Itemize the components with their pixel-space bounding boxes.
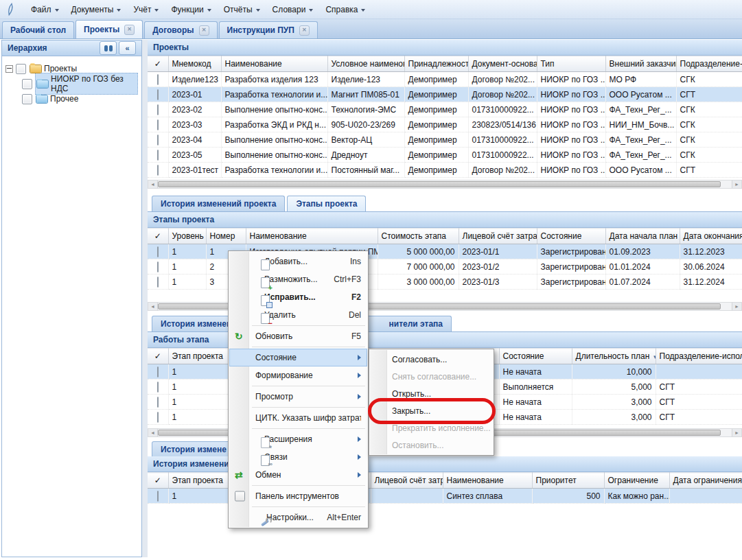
column-header[interactable]: Состояние bbox=[499, 349, 572, 364]
check-column-header[interactable]: ✓ bbox=[148, 56, 168, 72]
check-column-header[interactable]: ✓ bbox=[148, 229, 168, 244]
row-checkbox[interactable] bbox=[157, 135, 159, 145]
menu-item[interactable]: Панель инструментов bbox=[229, 487, 367, 505]
row-checkbox[interactable] bbox=[157, 150, 159, 161]
menu-item[interactable]: ⇄Обмен bbox=[229, 466, 367, 484]
menu-item[interactable]: ЦИТК. Указать шифр затрат... bbox=[229, 409, 367, 427]
row-checkbox[interactable] bbox=[157, 89, 159, 100]
menu-help[interactable]: Справка bbox=[319, 2, 371, 17]
column-header[interactable]: Состояние bbox=[537, 229, 605, 244]
tree-checkbox[interactable] bbox=[16, 64, 26, 74]
column-header[interactable]: Наименование bbox=[246, 229, 378, 244]
tree-checkbox[interactable] bbox=[22, 79, 32, 89]
column-header[interactable]: Лицевой счёт затрат. bbox=[459, 229, 537, 244]
table-row[interactable]: 2023-01тестРазработка технологии и...Пос… bbox=[148, 163, 742, 178]
row-checkbox[interactable] bbox=[157, 491, 159, 502]
scroll-right-icon[interactable]: ► bbox=[732, 429, 741, 436]
row-checkbox[interactable] bbox=[157, 277, 159, 288]
row-checkbox[interactable] bbox=[157, 261, 159, 272]
column-header[interactable]: Тип bbox=[537, 56, 605, 72]
menu-item[interactable]: Связи bbox=[229, 448, 367, 466]
menu-item[interactable]: Расширения bbox=[229, 430, 367, 448]
column-header[interactable]: Ограничение bbox=[604, 473, 669, 489]
menu-documents[interactable]: Документы bbox=[65, 2, 128, 17]
close-tab-icon[interactable]: ✕ bbox=[299, 25, 310, 36]
close-tab-icon[interactable]: ✕ bbox=[199, 25, 209, 36]
column-header[interactable]: Условное наименова bbox=[327, 56, 404, 72]
check-column-header[interactable]: ✓ bbox=[148, 349, 168, 364]
search-button[interactable] bbox=[100, 41, 117, 55]
table-cell: Вектор-АЦ bbox=[327, 132, 404, 148]
projects-horizontal-scrollbar[interactable]: ◄ ► bbox=[148, 180, 742, 189]
row-checkbox[interactable] bbox=[157, 397, 159, 408]
scroll-left-icon[interactable]: ◄ bbox=[148, 303, 158, 310]
column-header[interactable]: Мнемокод bbox=[168, 56, 221, 72]
close-tab-icon[interactable]: ✕ bbox=[124, 25, 135, 35]
column-header[interactable]: Стоимость этапа bbox=[378, 229, 459, 244]
menu-item[interactable]: Исправить...F2 bbox=[229, 288, 367, 306]
row-checkbox[interactable] bbox=[157, 382, 159, 393]
table-row[interactable]: 2023-05Выполнение опытно-конс...Дредноут… bbox=[148, 148, 742, 163]
row-checkbox[interactable] bbox=[157, 74, 159, 85]
column-header[interactable]: Подразделение-от bbox=[676, 56, 742, 72]
row-checkbox[interactable] bbox=[157, 104, 159, 115]
menu-item[interactable]: Просмотр bbox=[229, 388, 367, 406]
tab-desktop[interactable]: Рабочий стол bbox=[2, 21, 74, 38]
collapse-sidebar-button[interactable]: « bbox=[119, 41, 136, 55]
sidebar-splitter[interactable] bbox=[142, 40, 148, 557]
menu-file[interactable]: Файл bbox=[25, 2, 65, 17]
tab-project-stages[interactable]: Этапы проекта bbox=[287, 196, 366, 211]
column-header[interactable]: Длительность план▼ bbox=[572, 349, 656, 364]
tab-contracts[interactable]: Договоры✕ bbox=[144, 21, 217, 38]
tab-instructions[interactable]: Инструкции ПУП✕ bbox=[219, 21, 318, 38]
menu-item[interactable]: Настройки...Alt+Enter bbox=[229, 509, 367, 526]
row-checkbox[interactable] bbox=[157, 412, 159, 423]
column-header[interactable]: Уровень bbox=[168, 229, 206, 244]
check-column-header[interactable]: ✓ bbox=[148, 473, 168, 489]
column-header[interactable]: Внешний заказчик bbox=[605, 56, 676, 72]
scroll-left-icon[interactable]: ◄ bbox=[148, 429, 158, 436]
scrollbar-thumb[interactable] bbox=[158, 181, 721, 187]
menu-accounting[interactable]: Учёт bbox=[127, 2, 165, 17]
scroll-right-icon[interactable]: ► bbox=[732, 180, 741, 188]
tree-node-niokr[interactable]: НИОКР по ГОЗ без НДС bbox=[5, 76, 138, 91]
column-header[interactable]: Этап проекта bbox=[168, 473, 235, 489]
row-checkbox[interactable] bbox=[157, 246, 159, 257]
row-checkbox[interactable] bbox=[157, 366, 159, 377]
column-header[interactable]: Документ-основан bbox=[468, 56, 537, 72]
column-header[interactable]: Наименование bbox=[443, 473, 532, 489]
menu-dictionaries[interactable]: Словари bbox=[266, 2, 320, 17]
menu-functions[interactable]: Функции bbox=[165, 2, 217, 17]
row-checkbox[interactable] bbox=[157, 165, 159, 176]
table-row[interactable]: Изделие123Разработка изделия 123Изделие-… bbox=[148, 72, 742, 87]
column-header[interactable]: Подразделение-исполн bbox=[656, 349, 742, 364]
column-header[interactable]: Этап проекта bbox=[168, 349, 235, 364]
scroll-left-icon[interactable]: ◄ bbox=[148, 180, 158, 188]
table-row[interactable]: 2023-04Выполнение опытно-конс...Вектор-А… bbox=[148, 132, 742, 148]
tab-projects[interactable]: Проекты✕ bbox=[76, 20, 143, 38]
table-row[interactable]: 2023-01Разработка технологии и...Магнит … bbox=[148, 87, 742, 102]
menu-item[interactable]: Добавить...Ins bbox=[229, 253, 367, 270]
column-header[interactable]: Приоритет bbox=[532, 473, 604, 489]
menu-item[interactable]: Размножить...Ctrl+F3 bbox=[229, 270, 367, 288]
collapse-node-icon[interactable] bbox=[5, 65, 13, 73]
submenu-item[interactable]: Согласовать... bbox=[370, 351, 493, 368]
column-header[interactable]: Наименование bbox=[221, 56, 327, 72]
column-header[interactable]: Дата ограничения bbox=[669, 473, 742, 489]
menu-item[interactable]: Состояние bbox=[229, 349, 367, 366]
menu-item[interactable]: Формирование bbox=[229, 366, 367, 384]
menu-reports[interactable]: Отчёты bbox=[218, 2, 266, 17]
row-checkbox[interactable] bbox=[157, 119, 159, 130]
column-header[interactable]: Дата начала план bbox=[605, 229, 680, 244]
menu-item[interactable]: УдалитьDel bbox=[229, 306, 367, 324]
tab-project-history[interactable]: История изменений проекта bbox=[152, 196, 285, 211]
menu-item[interactable]: ↻ОбновитьF5 bbox=[229, 327, 367, 345]
tree-checkbox[interactable] bbox=[22, 94, 32, 104]
column-header[interactable]: Лицевой счёт затр bbox=[371, 473, 443, 489]
column-header[interactable]: Принадлежность bbox=[404, 56, 468, 72]
column-header[interactable]: Номер bbox=[206, 229, 246, 244]
table-row[interactable]: 2023-02Выполнение опытно-конс...Технолог… bbox=[148, 102, 742, 117]
column-header[interactable]: Дата окончания п bbox=[680, 229, 742, 244]
table-row[interactable]: 2023-03Разработка ЭКД и РКД н...905-U020… bbox=[148, 117, 742, 132]
scroll-right-icon[interactable]: ► bbox=[732, 303, 741, 310]
